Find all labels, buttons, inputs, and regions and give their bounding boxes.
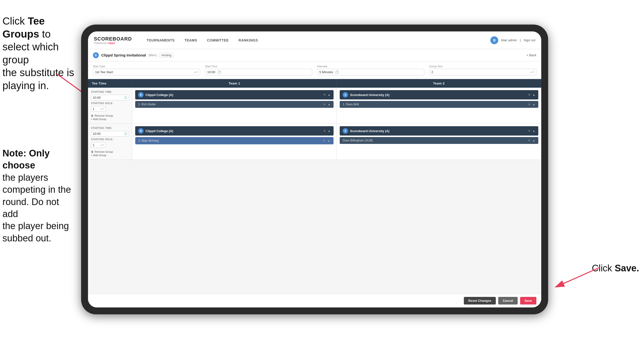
- starting-hole-label-2: STARTING HOLE:: [91, 138, 129, 141]
- col-tee-time: Tee Time: [88, 79, 132, 88]
- team2-x-icon-1[interactable]: ✕: [528, 93, 530, 96]
- player-x-2-1[interactable]: ✕: [528, 103, 530, 106]
- team2-cell-2: S Scoreboard University (A) ✕ ▲ Dave Bil…: [337, 124, 541, 160]
- sign-out-link[interactable]: Sign out: [524, 38, 535, 42]
- player-up-1-2[interactable]: ▲: [328, 139, 330, 142]
- navbar: SCOREBOARD Powered by clippd TOURNAMENTS…: [88, 31, 541, 49]
- team2-up-icon-1[interactable]: ▲: [532, 93, 535, 96]
- team1-actions-2: ✕ ▲: [323, 129, 330, 133]
- team1-card-1[interactable]: B Clippd College (A) ✕ ▲: [135, 90, 334, 99]
- starting-hole-label-1: STARTING HOLE:: [91, 102, 129, 105]
- user-name: blair admin: [501, 38, 517, 42]
- logo-powered: Powered by clippd: [94, 42, 132, 44]
- navbar-nav: TOURNAMENTS TEAMS COMMITTEE RANKINGS: [142, 38, 490, 42]
- add-group-btn-1[interactable]: + Add Group: [91, 118, 129, 121]
- group-actions-1: 🗑 Remove Group + Add Group: [91, 114, 129, 121]
- tournament-gender: (Men): [148, 53, 157, 57]
- intervals-label: Intervals: [317, 65, 424, 68]
- group-left-1: STARTING TIME: 10:00 🕐 STARTING HOLE: 1 …: [88, 88, 132, 123]
- group-actions-2: 🗑 Remove Group + Add Group: [91, 150, 129, 157]
- time-clock-icon-2: 🕐: [124, 132, 127, 135]
- player-actions-1-2: ✕ ▲: [323, 139, 330, 142]
- team1-card-2[interactable]: B Clippd College (A) ✕ ▲: [135, 126, 334, 136]
- team2-card-1[interactable]: S Scoreboard University (A) ✕ ▲: [340, 90, 538, 99]
- add-group-btn-2[interactable]: + Add Group: [91, 154, 129, 157]
- nav-committee[interactable]: COMMITTEE: [202, 38, 234, 42]
- trash-icon-2: 🗑: [91, 150, 94, 153]
- remove-group-btn-2[interactable]: 🗑 Remove Group: [91, 150, 129, 153]
- team1-up-icon-2[interactable]: ▲: [328, 129, 330, 133]
- team1-up-icon-1[interactable]: ▲: [328, 93, 330, 96]
- team1-cell-1: B Clippd College (A) ✕ ▲ 1. Rich Butler: [132, 88, 337, 123]
- player-up-2-2[interactable]: ▲: [532, 139, 535, 142]
- player-up-1-1[interactable]: ▲: [328, 103, 330, 106]
- tablet-screen: SCOREBOARD Powered by clippd TOURNAMENTS…: [88, 31, 541, 308]
- starting-time-label-2: STARTING TIME:: [91, 127, 129, 129]
- team1-name-1: Clippd College (A): [146, 93, 321, 97]
- col-headers: Tee Time Team 1 Team 2: [88, 79, 541, 88]
- start-time-group: Start Time 10:00 🕐: [205, 65, 312, 75]
- team1-actions-1: ✕ ▲: [323, 93, 330, 96]
- player-up-2-1[interactable]: ▲: [532, 103, 535, 106]
- reset-changes-button[interactable]: Reset Changes: [464, 297, 496, 305]
- player-card-2-2[interactable]: Dave Billingham (SUB) ✕ ▲: [340, 137, 538, 144]
- team1-icon-1: B: [138, 92, 144, 97]
- sub-header-icon: B: [93, 52, 99, 58]
- team2-x-icon-2[interactable]: ✕: [528, 129, 530, 133]
- start-type-arrows: ▲▼: [194, 71, 198, 73]
- hole-input-2[interactable]: 1 ▲▼: [91, 142, 106, 148]
- nav-rankings[interactable]: RANKINGS: [234, 38, 263, 42]
- tablet: SCOREBOARD Powered by clippd TOURNAMENTS…: [81, 24, 548, 314]
- player-x-1-1[interactable]: ✕: [323, 103, 326, 106]
- player-x-2-2[interactable]: ✕: [528, 139, 530, 142]
- team2-name-1: Scoreboard University (A): [350, 93, 526, 97]
- col-team1: Team 1: [132, 79, 337, 88]
- starting-time-label-1: STARTING TIME:: [91, 91, 129, 93]
- team1-icon-2: B: [138, 128, 144, 134]
- group-size-input[interactable]: 2 ▲▼: [429, 69, 536, 75]
- trash-icon-1: 🗑: [91, 114, 94, 117]
- logo-scoreboard: SCOREBOARD: [94, 36, 132, 42]
- team2-icon-2: S: [343, 128, 348, 134]
- cancel-button[interactable]: Cancel: [498, 297, 518, 305]
- nav-tournaments[interactable]: TOURNAMENTS: [142, 38, 180, 42]
- player-x-1-2[interactable]: ✕: [323, 139, 326, 142]
- tee-groups-bold: Tee Groups: [2, 15, 45, 40]
- groups-container: STARTING TIME: 10:00 🕐 STARTING HOLE: 1 …: [88, 88, 541, 160]
- save-button[interactable]: Save: [520, 297, 536, 305]
- group-size-arrows: ▲▼: [530, 71, 534, 73]
- team2-actions-1: ✕ ▲: [528, 93, 535, 96]
- nav-teams[interactable]: TEAMS: [180, 38, 202, 42]
- team2-card-2[interactable]: S Scoreboard University (A) ✕ ▲: [340, 126, 538, 136]
- navbar-logo: SCOREBOARD Powered by clippd: [94, 36, 132, 44]
- team2-name-2: Scoreboard University (A): [350, 129, 526, 133]
- tournament-status: Hosting: [159, 53, 174, 58]
- start-type-group: Start Type 1st Tee Start ▲▼: [93, 65, 200, 75]
- player-name-1-2: 2. Blair McHarg: [138, 139, 323, 142]
- team1-cell-2: B Clippd College (A) ✕ ▲ 2. Blair McHarg: [132, 124, 337, 160]
- table-area: STARTING TIME: 10:00 🕐 STARTING HOLE: 1 …: [88, 88, 541, 294]
- hole-input-1[interactable]: 1 ▲▼: [91, 106, 106, 112]
- user-avatar: B: [490, 36, 498, 44]
- instruction-note: Note: Only choose the players competing …: [0, 147, 76, 244]
- start-time-input[interactable]: 10:00 🕐: [205, 69, 312, 75]
- team2-actions-2: ✕ ▲: [528, 129, 535, 133]
- settings-bar: Start Type 1st Tee Start ▲▼ Start Time 1…: [88, 61, 541, 79]
- start-type-input[interactable]: 1st Tee Start ▲▼: [93, 69, 200, 75]
- player-card-2-1[interactable]: 1. Rees Britt ✕ ▲: [340, 101, 538, 108]
- time-input-2[interactable]: 10:05 🕐: [91, 131, 129, 137]
- start-type-label: Start Type: [93, 65, 200, 68]
- intervals-clock-icon: 🕐: [335, 70, 339, 74]
- player-card-1-2[interactable]: 2. Blair McHarg ✕ ▲: [135, 137, 334, 144]
- remove-group-btn-1[interactable]: 🗑 Remove Group: [91, 114, 129, 117]
- team1-x-icon-1[interactable]: ✕: [323, 93, 326, 96]
- team1-x-icon-2[interactable]: ✕: [323, 129, 326, 133]
- intervals-input[interactable]: 5 Minutes 🕐: [317, 69, 424, 75]
- tournament-title: Clippd Spring Invitational: [101, 53, 146, 57]
- time-input-1[interactable]: 10:00 🕐: [91, 95, 129, 100]
- player-actions-2-1: ✕ ▲: [528, 103, 535, 106]
- team2-up-icon-2[interactable]: ▲: [532, 129, 535, 133]
- player-name-2-2: Dave Billingham (SUB): [343, 139, 528, 142]
- player-card-1-1[interactable]: 1. Rich Butler ✕ ▲: [135, 101, 334, 108]
- back-button[interactable]: < Back: [526, 53, 536, 57]
